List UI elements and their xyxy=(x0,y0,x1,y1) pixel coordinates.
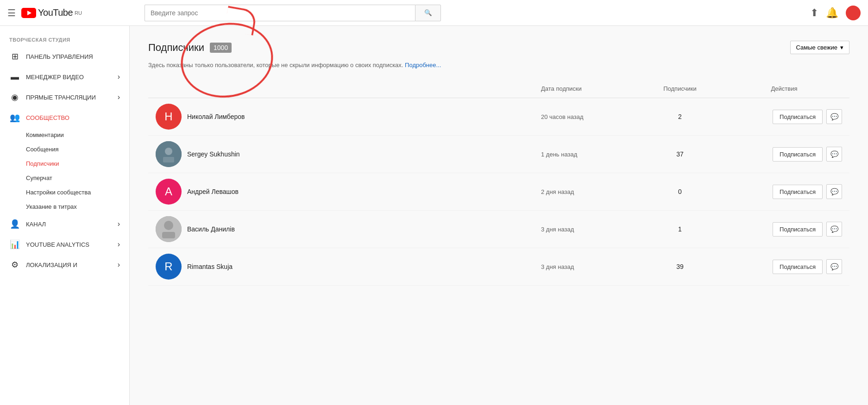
table-body: Н Николай Лимберов 20 часов назад 2 Подп… xyxy=(148,98,849,286)
layout: ТВОРЧЕСКАЯ СТУДИЯ ⊞ ПАНЕЛЬ УПРАВЛЕНИЯ ▬ … xyxy=(0,26,868,405)
avatar-letter: Н xyxy=(164,110,172,123)
youtube-logo-icon xyxy=(21,8,36,18)
dashboard-icon: ⊞ xyxy=(9,51,20,62)
sidebar-item-label: ПРЯМЫЕ ТРАНСЛЯЦИИ xyxy=(26,94,96,101)
message-button[interactable]: 💬 xyxy=(826,184,842,199)
sidebar-item-analytics[interactable]: 📊 YOUTUBE ANALYTICS › xyxy=(0,234,129,255)
sidebar-item-label: ПАНЕЛЬ УПРАВЛЕНИЯ xyxy=(26,53,93,60)
sidebar-item-dashboard[interactable]: ⊞ ПАНЕЛЬ УПРАВЛЕНИЯ xyxy=(0,46,129,67)
sidebar-subitem-superchat[interactable]: Суперчат xyxy=(0,171,129,185)
user-name: Sergey Sukhushin xyxy=(187,150,240,158)
logo-area[interactable]: YouTubeRU xyxy=(21,7,82,18)
upload-icon[interactable]: ⬆ xyxy=(810,7,818,19)
actions-cell: Подписаться 💬 xyxy=(726,222,842,237)
subscribe-button[interactable]: Подписаться xyxy=(773,147,823,162)
count-badge: 1000 xyxy=(210,43,232,53)
sidebar-item-label: СООБЩЕСТВО xyxy=(26,114,69,121)
message-icon: 💬 xyxy=(830,150,838,158)
user-name: Василь Данилів xyxy=(187,225,235,233)
live-icon: ◉ xyxy=(9,92,20,102)
sort-chevron-icon: ▾ xyxy=(840,44,843,51)
chevron-down-icon: › xyxy=(118,220,120,228)
hamburger-icon[interactable]: ☰ xyxy=(7,7,16,19)
user-cell: Василь Данилів xyxy=(156,216,541,242)
subscription-date: 3 дня назад xyxy=(541,226,634,233)
search-button[interactable]: 🔍 xyxy=(415,5,441,21)
subscribe-button[interactable]: Подписаться xyxy=(773,185,823,199)
avatar: Н xyxy=(156,104,182,130)
message-button[interactable]: 💬 xyxy=(826,109,842,124)
sidebar-item-video-manager[interactable]: ▬ МЕНЕДЖЕР ВИДЕО › xyxy=(0,67,129,87)
sidebar-item-channel[interactable]: 👤 КАНАЛ › xyxy=(0,214,129,234)
info-bar: Здесь показаны только пользователи, кото… xyxy=(148,62,849,69)
message-icon: 💬 xyxy=(830,225,838,233)
subscriber-count: 0 xyxy=(634,188,726,195)
logo-ru: RU xyxy=(75,10,82,16)
header-left: ☰ YouTubeRU xyxy=(7,7,137,19)
sidebar-subitem-comments[interactable]: Комментарии xyxy=(0,128,129,142)
user-cell: R Rimantas Skuja xyxy=(156,254,541,280)
sidebar-subitem-messages[interactable]: Сообщения xyxy=(0,142,129,156)
subscribe-button[interactable]: Подписаться xyxy=(773,110,823,124)
subscribe-button[interactable]: Подписаться xyxy=(773,222,823,237)
user-name: Андрей Левашов xyxy=(187,188,239,195)
message-button[interactable]: 💬 xyxy=(826,147,842,162)
video-manager-icon: ▬ xyxy=(9,72,20,82)
subscription-date: 3 дня назад xyxy=(541,263,634,270)
chevron-down-icon: › xyxy=(118,73,120,81)
subscriber-count: 1 xyxy=(634,225,726,233)
sidebar-item-label: ЛОКАЛИЗАЦИЯ И xyxy=(26,262,77,268)
avatar-letter: R xyxy=(164,260,172,273)
svg-rect-7 xyxy=(162,232,175,238)
subscriber-count: 2 xyxy=(634,113,726,120)
page-header: Подписчики 1000 Самые свежие ▾ xyxy=(148,41,849,54)
sidebar-item-label: МЕНЕДЖЕР ВИДЕО xyxy=(26,74,84,81)
sort-label: Самые свежие xyxy=(796,44,837,51)
info-text: Здесь показаны только пользователи, кото… xyxy=(148,62,403,69)
sort-dropdown[interactable]: Самые свежие ▾ xyxy=(790,41,849,54)
user-name: Николай Лимберов xyxy=(187,113,245,120)
avatar-image xyxy=(156,216,182,242)
message-icon: 💬 xyxy=(830,188,838,195)
svg-rect-4 xyxy=(163,157,174,162)
subscription-date: 1 день назад xyxy=(541,151,634,158)
analytics-icon: 📊 xyxy=(9,239,20,249)
avatar xyxy=(156,216,182,242)
subscribe-button[interactable]: Подписаться xyxy=(773,260,823,274)
actions-cell: Подписаться 💬 xyxy=(726,109,842,124)
user-cell: А Андрей Левашов xyxy=(156,179,541,205)
search-input[interactable] xyxy=(145,5,415,21)
search-bar: 🔍 xyxy=(145,5,441,21)
subscription-date: 2 дня назад xyxy=(541,188,634,195)
table-row: R Rimantas Skuja 3 дня назад 39 Подписат… xyxy=(148,248,849,286)
svg-point-6 xyxy=(164,221,173,230)
user-avatar[interactable] xyxy=(846,6,861,20)
sidebar-subitem-subscribers[interactable]: Подписчики xyxy=(0,156,129,171)
user-cell: Н Николай Лимберов xyxy=(156,104,541,130)
actions-cell: Подписаться 💬 xyxy=(726,184,842,199)
sidebar-subitem-credits[interactable]: Указание в титрах xyxy=(0,199,129,214)
message-icon: 💬 xyxy=(830,263,838,270)
message-button[interactable]: 💬 xyxy=(826,222,842,237)
actions-cell: Подписаться 💬 xyxy=(726,147,842,162)
actions-cell: Подписаться 💬 xyxy=(726,259,842,274)
col-header-user xyxy=(156,85,541,92)
logo-text: YouTube xyxy=(38,7,73,18)
col-header-actions: Действия xyxy=(726,85,842,92)
header-right: ⬆ 🔔 xyxy=(810,6,861,20)
channel-icon: 👤 xyxy=(9,219,20,229)
sidebar-item-live[interactable]: ◉ ПРЯМЫЕ ТРАНСЛЯЦИИ › xyxy=(0,87,129,107)
search-icon: 🔍 xyxy=(424,9,432,16)
table-row: А Андрей Левашов 2 дня назад 0 Подписать… xyxy=(148,173,849,211)
avatar xyxy=(156,141,182,167)
svg-point-3 xyxy=(165,148,172,155)
info-link[interactable]: Подробнее... xyxy=(405,62,441,69)
sidebar-subitem-community-settings[interactable]: Настройки сообщества xyxy=(0,185,129,199)
chevron-down-icon: › xyxy=(118,93,120,101)
sidebar-item-community[interactable]: 👥 СООБЩЕСТВО xyxy=(0,107,129,128)
bell-icon[interactable]: 🔔 xyxy=(826,7,838,19)
community-icon: 👥 xyxy=(9,112,20,123)
user-name: Rimantas Skuja xyxy=(187,263,233,270)
message-button[interactable]: 💬 xyxy=(826,259,842,274)
sidebar-item-localization[interactable]: ⚙ ЛОКАЛИЗАЦИЯ И › xyxy=(0,255,129,275)
